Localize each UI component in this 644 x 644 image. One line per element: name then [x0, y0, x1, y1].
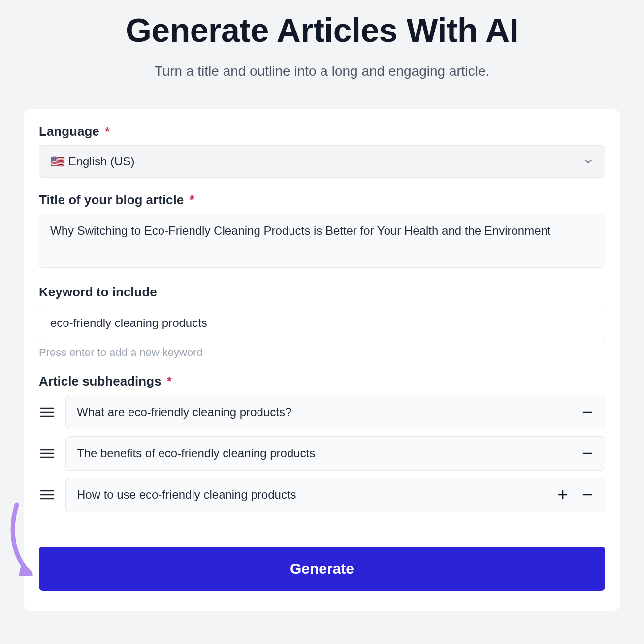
keyword-hint: Press enter to add a new keyword: [39, 346, 605, 359]
language-label-text: Language: [39, 124, 99, 139]
remove-subheading-icon[interactable]: [581, 447, 594, 460]
generator-form: Language * 🇺🇸 English (US) Title of your…: [24, 109, 620, 611]
keyword-input[interactable]: eco-friendly cleaning products: [39, 306, 605, 340]
page-title: Generate Articles With AI: [76, 12, 568, 49]
chevron-down-icon: [583, 156, 594, 167]
required-mark: *: [167, 374, 172, 388]
subheadings-label: Article subheadings *: [39, 374, 605, 389]
drag-handle-icon[interactable]: [39, 489, 56, 501]
drag-handle-icon[interactable]: [39, 406, 56, 418]
subheading-input[interactable]: [77, 405, 581, 419]
remove-subheading-icon[interactable]: [581, 406, 594, 419]
language-value: 🇺🇸 English (US): [50, 155, 134, 168]
required-mark: *: [189, 193, 194, 207]
keyword-label: Keyword to include: [39, 285, 605, 300]
title-label-text: Title of your blog article: [39, 193, 184, 207]
add-subheading-icon[interactable]: [556, 488, 569, 501]
title-input[interactable]: [39, 214, 605, 268]
language-select[interactable]: 🇺🇸 English (US): [39, 145, 605, 178]
title-label: Title of your blog article *: [39, 193, 605, 208]
subheading-input[interactable]: [77, 488, 556, 502]
required-mark: *: [105, 124, 110, 139]
language-label: Language *: [39, 124, 605, 139]
page-subtitle: Turn a title and outline into a long and…: [76, 64, 568, 79]
drag-handle-icon[interactable]: [39, 448, 56, 459]
subheadings-label-text: Article subheadings: [39, 374, 161, 388]
remove-subheading-icon[interactable]: [581, 488, 594, 501]
generate-button[interactable]: Generate: [39, 547, 605, 591]
subheading-input[interactable]: [77, 447, 581, 460]
